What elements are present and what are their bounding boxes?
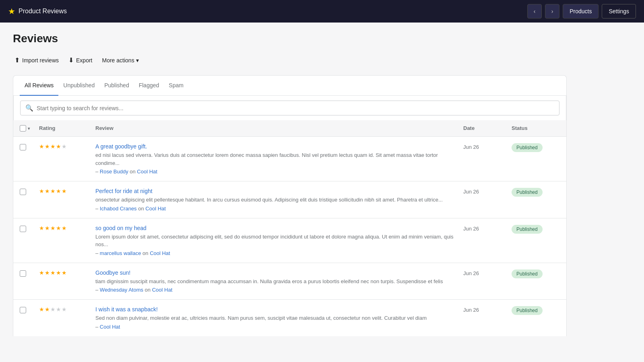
app-title: Product Reviews xyxy=(19,8,67,15)
review-body: tiam dignissim suscipit mauris, nec cond… xyxy=(95,278,463,286)
author-link[interactable]: marcellus wallace xyxy=(100,250,141,256)
more-actions-button[interactable]: More actions ▾ xyxy=(101,54,140,67)
star-filled: ★ xyxy=(62,188,67,194)
select-all-checkbox[interactable] xyxy=(20,125,26,132)
star-filled: ★ xyxy=(50,143,56,150)
star-filled: ★ xyxy=(39,143,44,150)
product-link[interactable]: Cool Hat xyxy=(137,169,157,175)
nav-next-button[interactable]: › xyxy=(545,4,559,19)
status-badge: Published xyxy=(512,225,543,234)
review-author: – Wednesday Atoms on Cool Hat xyxy=(95,287,463,293)
author-link[interactable]: Ichabod Cranes xyxy=(100,206,137,212)
table-row: ★★★★★ A great goodbye gift. ed nisi lacu… xyxy=(13,137,566,181)
star-filled: ★ xyxy=(45,143,50,150)
star-filled: ★ xyxy=(39,188,44,194)
row-checkbox xyxy=(20,143,39,152)
row-checkbox xyxy=(20,269,39,278)
dropdown-icon: ▾ xyxy=(136,57,139,64)
review-title[interactable]: Perfect for ride at night xyxy=(95,188,463,194)
star-filled: ★ xyxy=(56,269,61,276)
tab-published[interactable]: Published xyxy=(99,76,134,96)
tab-unpublished[interactable]: Unpublished xyxy=(58,76,99,96)
header-rating: Rating xyxy=(39,125,95,132)
page-title: Reviews xyxy=(13,32,567,45)
date-cell: Jun 26 xyxy=(463,306,512,313)
row-checkbox xyxy=(20,188,39,196)
star-filled: ★ xyxy=(56,225,61,231)
status-cell: Published xyxy=(512,306,560,315)
top-navigation: ★ Product Reviews ‹ › Products Settings xyxy=(0,0,644,23)
toolbar: ⬆ Import reviews ⬇ Export More actions ▾ xyxy=(13,53,567,67)
status-badge: Published xyxy=(512,188,543,197)
more-actions-label: More actions xyxy=(102,57,134,64)
checkbox-dropdown-icon[interactable]: ▾ xyxy=(28,126,30,131)
tab-spam[interactable]: Spam xyxy=(164,76,188,96)
row-select-checkbox[interactable] xyxy=(20,189,26,195)
header-date: Date xyxy=(463,125,512,132)
status-cell: Published xyxy=(512,188,560,197)
date-cell: Jun 26 xyxy=(463,143,512,150)
search-container: 🔍 xyxy=(13,96,566,120)
star-filled: ★ xyxy=(56,188,61,194)
table-row: ★★★★★ so good on my head Lorem ipsum dol… xyxy=(13,218,566,263)
header-checkbox: ▾ xyxy=(20,125,39,132)
star-rating: ★★★★★ xyxy=(39,269,95,276)
row-select-checkbox[interactable] xyxy=(20,144,26,150)
tab-all[interactable]: All Reviews xyxy=(20,76,58,96)
nav-prev-button[interactable]: ‹ xyxy=(527,4,542,19)
status-badge: Published xyxy=(512,269,543,278)
product-link[interactable]: Cool Hat xyxy=(100,324,120,330)
table-row: ★★★★★ I wish it was a snapback! Sed non … xyxy=(13,300,566,336)
author-link[interactable]: Rose Buddy xyxy=(100,169,128,175)
star-filled: ★ xyxy=(45,225,50,231)
search-icon: 🔍 xyxy=(25,104,33,112)
star-filled: ★ xyxy=(45,306,50,313)
product-link[interactable]: Cool Hat xyxy=(150,250,170,256)
tab-flagged[interactable]: Flagged xyxy=(134,76,164,96)
tab-bar: All ReviewsUnpublishedPublishedFlaggedSp… xyxy=(13,76,566,96)
header-status: Status xyxy=(512,125,560,132)
table-row: ★★★★★ Perfect for ride at night onsectet… xyxy=(13,181,566,218)
import-reviews-button[interactable]: ⬆ Import reviews xyxy=(13,53,60,67)
review-title[interactable]: so good on my head xyxy=(95,225,463,231)
status-badge: Published xyxy=(512,143,543,152)
review-cell: Perfect for ride at night onsectetur adi… xyxy=(95,188,463,212)
review-cell: A great goodbye gift. ed nisi lacus sed … xyxy=(95,143,463,175)
star-empty: ★ xyxy=(62,306,67,313)
table-body: ★★★★★ A great goodbye gift. ed nisi lacu… xyxy=(13,137,566,336)
row-checkbox xyxy=(20,306,39,315)
row-select-checkbox[interactable] xyxy=(20,226,26,232)
table-header: ▾ Rating Review Date Status xyxy=(13,120,566,137)
star-filled: ★ xyxy=(39,225,44,231)
status-cell: Published xyxy=(512,269,560,278)
settings-button[interactable]: Settings xyxy=(602,4,636,19)
star-rating: ★★★★★ xyxy=(39,143,95,150)
date-cell: Jun 26 xyxy=(463,188,512,195)
header-review: Review xyxy=(95,125,463,132)
review-title[interactable]: A great goodbye gift. xyxy=(95,143,463,150)
rating-cell: ★★★★★ xyxy=(39,269,95,276)
star-rating: ★★★★★ xyxy=(39,225,95,231)
product-link[interactable]: Cool Hat xyxy=(145,206,166,212)
search-input[interactable] xyxy=(37,105,554,111)
export-label: Export xyxy=(76,57,92,64)
row-select-checkbox[interactable] xyxy=(20,307,26,313)
review-body: Sed non diam pulvinar, molestie erat ac,… xyxy=(95,314,463,322)
import-label: Import reviews xyxy=(22,57,59,64)
status-cell: Published xyxy=(512,143,560,152)
review-title[interactable]: Goodbye sun! xyxy=(95,269,463,276)
author-link[interactable]: Wednesday Atoms xyxy=(100,287,143,293)
review-title[interactable]: I wish it was a snapback! xyxy=(95,306,463,313)
status-cell: Published xyxy=(512,225,560,234)
star-filled: ★ xyxy=(50,188,56,194)
row-select-checkbox[interactable] xyxy=(20,270,26,277)
review-author: – Ichabod Cranes on Cool Hat xyxy=(95,206,463,212)
export-button[interactable]: ⬇ Export xyxy=(67,53,94,67)
star-filled: ★ xyxy=(39,306,44,313)
star-filled: ★ xyxy=(50,269,56,276)
products-button[interactable]: Products xyxy=(563,4,599,19)
product-link[interactable]: Cool Hat xyxy=(152,287,173,293)
review-body: ed nisi lacus sed viverra. Varius duis a… xyxy=(95,151,463,167)
star-filled: ★ xyxy=(39,269,44,276)
star-empty: ★ xyxy=(50,306,56,313)
